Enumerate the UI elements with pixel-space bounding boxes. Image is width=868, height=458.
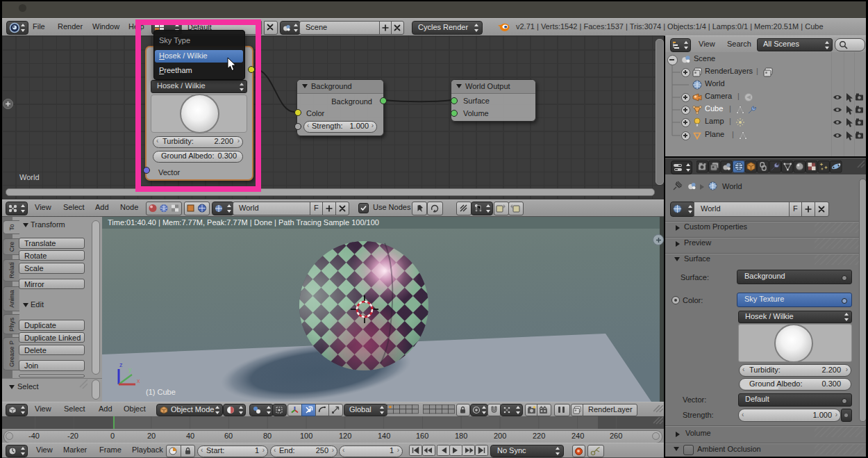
svg-text:y: y: [128, 366, 132, 373]
svg-text:z: z: [119, 361, 123, 368]
svg-text:x: x: [137, 377, 140, 384]
svg-text:(1) Cube: (1) Cube: [146, 388, 176, 396]
